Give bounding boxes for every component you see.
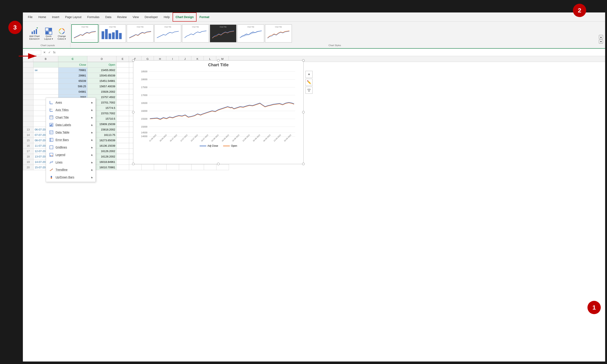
dropdown-item-axes[interactable]: Axes ▶ (46, 99, 95, 106)
chart-handle-bl[interactable] (132, 163, 135, 165)
svg-text:Chart Title: Chart Title (275, 26, 282, 28)
dropdown-item-legend[interactable]: Legend ▶ (46, 151, 95, 158)
svg-point-86 (51, 169, 52, 170)
chart-filter-btn[interactable]: ▽ (306, 87, 312, 94)
tab-data[interactable]: Data (102, 13, 114, 22)
dropdown-item-data-table[interactable]: Data Table ▶ (46, 129, 95, 136)
ribbon-content: Add ChartElement ▾ QuickLayout ▾ (23, 22, 605, 49)
quick-layout-icon (45, 27, 52, 35)
dropdown-item-lines[interactable]: Lines ▶ (46, 158, 95, 166)
tab-home[interactable]: Home (36, 13, 49, 22)
svg-text:28-06-2022: 28-06-2022 (159, 134, 167, 142)
chart-style-8[interactable]: Chart Title (265, 24, 292, 43)
axis-titles-arrow: ▶ (91, 109, 93, 111)
chart-style-3[interactable]: Chart Title (127, 24, 154, 43)
header-open[interactable]: Open (88, 62, 117, 67)
chart-style-1[interactable]: Chart Title (71, 24, 98, 43)
annotation-circle-1: 1 (587, 301, 601, 314)
chart-handle-br[interactable] (302, 163, 305, 165)
chart-style-7[interactable]: Chart Title (237, 24, 264, 43)
svg-text:06-09-2022: 06-09-2022 (263, 134, 271, 142)
svg-text:30-08-2022: 30-08-2022 (253, 134, 261, 142)
chart-handle-tm[interactable] (217, 59, 220, 62)
cell-date-1[interactable]: se (33, 67, 58, 73)
svg-text:Chart Title: Chart Title (137, 26, 144, 28)
tab-chart-design[interactable]: Chart Design (173, 13, 197, 22)
chart-style-btn[interactable]: ✏️ (306, 79, 312, 86)
tab-review[interactable]: Review (114, 13, 130, 22)
chart-layout-buttons: Add ChartElement ▾ QuickLayout ▾ (27, 23, 68, 44)
tab-formulas[interactable]: Formulas (84, 13, 102, 22)
row-header-num (23, 62, 33, 67)
chart-style-5[interactable]: Chart Title (182, 24, 209, 43)
tab-help[interactable]: Help (161, 13, 173, 22)
cell-close-1[interactable]: 79981 (58, 67, 88, 73)
dropdown-item-trendline[interactable]: Trendline ▶ (46, 166, 95, 173)
chart-svg: 18500 18000 17500 17000 16500 16000 1550… (133, 68, 303, 143)
tab-page-layout[interactable]: Page Layout (62, 13, 84, 22)
quick-layout-button[interactable]: QuickLayout ▾ (42, 26, 55, 41)
dropdown-item-data-labels[interactable]: Data Labels ▶ (46, 121, 95, 129)
formula-input[interactable] (58, 50, 604, 55)
svg-rect-15 (109, 33, 111, 39)
add-chart-element-btn[interactable]: + (306, 71, 312, 78)
header-e (117, 62, 129, 67)
svg-text:13-09-2022: 13-09-2022 (273, 134, 282, 142)
chart-side-buttons: + ✏️ ▽ (306, 71, 312, 94)
svg-rect-71 (50, 131, 53, 134)
svg-text:15000: 15000 (141, 126, 148, 128)
row-num-1 (23, 67, 33, 73)
chart-handle-mr[interactable] (302, 111, 305, 113)
updown-bars-icon (49, 175, 54, 179)
data-table-arrow: ▶ (91, 131, 93, 134)
confirm-formula-icon[interactable]: ✓ (47, 51, 52, 54)
svg-rect-17 (116, 30, 118, 39)
legend-icon (49, 153, 54, 157)
chart-handle-tl[interactable] (132, 59, 135, 62)
dropdown-item-gridlines[interactable]: Gridlines ▶ (46, 143, 95, 151)
dropdown-item-axis-titles[interactable]: Axis Titles ▶ (46, 106, 95, 114)
change-colors-button[interactable]: ChangeColors ▾ (56, 26, 68, 41)
tab-insert[interactable]: Insert (49, 13, 62, 22)
svg-text:18500: 18500 (141, 70, 148, 73)
tab-file[interactable]: File (25, 13, 36, 22)
change-colors-icon (58, 27, 66, 35)
formula-bar: ✕ ✓ fx (23, 49, 605, 56)
lines-icon (49, 160, 54, 164)
chart-handle-bm[interactable] (217, 163, 220, 165)
chart-style-6[interactable]: Chart Title (210, 24, 237, 43)
tab-view[interactable]: View (130, 13, 142, 22)
svg-rect-7 (45, 31, 48, 35)
chart-styles-label: Chart Styles (71, 44, 598, 47)
dropdown-item-error-bars[interactable]: Error Bars ▶ (46, 136, 95, 143)
legend-adj-close-label: Adj Close (208, 144, 218, 147)
dropdown-item-updown-bars[interactable]: Up/Down Bars ▶ (46, 173, 95, 181)
tab-developer[interactable]: Developer (142, 13, 161, 22)
grid-container: Close Open se 79981 154 (23, 62, 605, 170)
chart-container[interactable]: + ✏️ ▽ Chart Title 18500 18000 17500 170… (133, 60, 304, 164)
add-chart-element-icon (31, 27, 38, 35)
gallery-scroll-down[interactable]: ▼ (599, 39, 603, 44)
chart-style-4[interactable]: Chart Title (154, 24, 181, 43)
svg-text:Chart Title: Chart Title (109, 26, 116, 28)
chart-layouts-label: Chart Layouts (40, 44, 55, 47)
add-chart-element-button[interactable]: Add ChartElement ▾ (27, 26, 41, 41)
svg-text:17500: 17500 (141, 86, 148, 89)
updown-bars-arrow: ▶ (91, 176, 93, 179)
header-close[interactable]: Close (58, 62, 88, 67)
svg-rect-66 (50, 116, 52, 117)
chart-handle-tr[interactable] (302, 59, 305, 62)
insert-function-icon[interactable]: fx (52, 51, 56, 54)
chart-title-icon (49, 115, 54, 119)
svg-text:12-07-2022: 12-07-2022 (180, 134, 188, 142)
chart-style-2[interactable]: Chart Title (99, 24, 126, 43)
axes-icon (49, 100, 54, 104)
gallery-scroll-up[interactable]: ▲ (599, 35, 603, 39)
chart-handle-ml[interactable] (132, 111, 135, 113)
cell-open-1[interactable]: 15455.9502 (88, 67, 117, 73)
svg-rect-88 (51, 176, 52, 177)
svg-text:09-08-2022: 09-08-2022 (221, 134, 229, 142)
tab-format[interactable]: Format (197, 13, 212, 22)
svg-text:17000: 17000 (141, 94, 148, 96)
dropdown-item-chart-title[interactable]: Chart Title ▶ (46, 114, 95, 121)
